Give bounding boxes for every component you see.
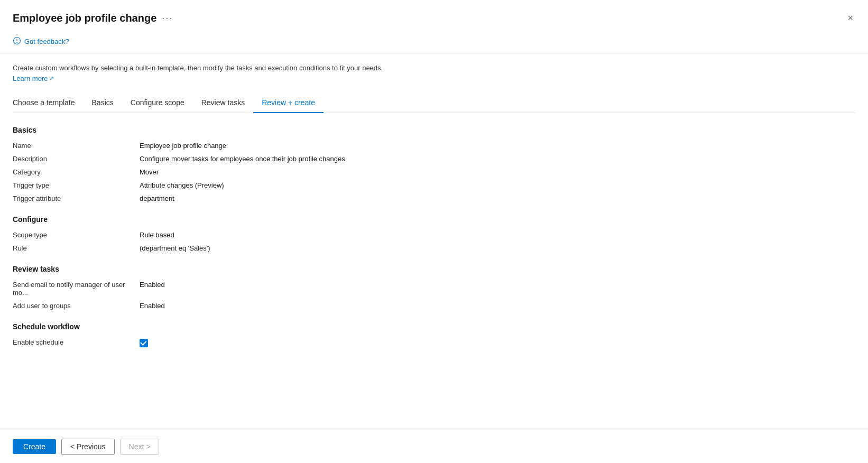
content-area: Basics Name Employee job profile change … (13, 113, 855, 373)
next-button: Next > (120, 439, 160, 455)
close-button[interactable]: × (845, 11, 855, 26)
review-tasks-section-title: Review tasks (13, 265, 855, 273)
tab-configure-scope[interactable]: Configure scope (122, 93, 193, 113)
feedback-row[interactable]: Got feedback? (13, 32, 855, 53)
field-add-user-groups: Add user to groups Enabled (13, 302, 855, 310)
page-title: Employee job profile change (13, 12, 156, 24)
field-trigger-type: Trigger type Attribute changes (Preview) (13, 181, 855, 189)
field-value-trigger-type: Attribute changes (Preview) (140, 181, 224, 189)
field-send-email: Send email to notify manager of user mo.… (13, 281, 855, 297)
field-label-name: Name (13, 142, 140, 150)
tab-choose-template[interactable]: Choose a template (13, 93, 84, 113)
tab-review-tasks[interactable]: Review tasks (193, 93, 253, 113)
create-button[interactable]: Create (13, 439, 56, 454)
field-label-category: Category (13, 168, 140, 176)
basics-section-title: Basics (13, 126, 855, 134)
tab-basics[interactable]: Basics (84, 93, 122, 113)
field-name: Name Employee job profile change (13, 142, 855, 150)
review-tasks-section: Review tasks Send email to notify manage… (13, 265, 855, 310)
field-label-enable-schedule: Enable schedule (13, 338, 140, 347)
panel-body: Create custom workflows by selecting a b… (0, 53, 868, 430)
panel-header: Employee job profile change ··· × Got fe… (0, 0, 868, 53)
field-label-trigger-attribute: Trigger attribute (13, 195, 140, 202)
field-value-add-user-groups: Enabled (140, 302, 165, 310)
field-value-rule: (department eq 'Sales') (140, 244, 210, 252)
field-value-trigger-attribute: department (140, 195, 174, 202)
title-left: Employee job profile change ··· (13, 12, 173, 24)
field-label-description: Description (13, 155, 140, 163)
feedback-label: Got feedback? (24, 38, 69, 45)
footer: Create < Previous Next > (0, 430, 868, 463)
panel: Employee job profile change ··· × Got fe… (0, 0, 868, 463)
field-label-add-user-groups: Add user to groups (13, 302, 140, 310)
schedule-workflow-section: Schedule workflow Enable schedule (13, 322, 855, 347)
field-description: Description Configure mover tasks for em… (13, 155, 855, 163)
field-value-send-email: Enabled (140, 281, 165, 297)
basics-section: Basics Name Employee job profile change … (13, 126, 855, 202)
field-label-rule: Rule (13, 244, 140, 252)
field-label-trigger-type: Trigger type (13, 181, 140, 189)
description-text: Create custom workflows by selecting a b… (13, 64, 855, 72)
feedback-icon (13, 36, 21, 47)
more-options-icon[interactable]: ··· (162, 13, 173, 24)
field-value-description: Configure mover tasks for employees once… (140, 155, 345, 163)
learn-more-label: Learn more (13, 75, 48, 82)
checkbox-checked-icon[interactable] (140, 339, 148, 347)
configure-section: Configure Scope type Rule based Rule (de… (13, 215, 855, 252)
tab-bar: Choose a template Basics Configure scope… (13, 93, 855, 113)
tab-review-create[interactable]: Review + create (253, 93, 324, 113)
field-value-name: Employee job profile change (140, 142, 226, 150)
learn-more-link[interactable]: Learn more ↗ (13, 75, 54, 82)
field-rule: Rule (department eq 'Sales') (13, 244, 855, 252)
previous-button[interactable]: < Previous (61, 439, 115, 455)
title-row: Employee job profile change ··· × (13, 11, 855, 26)
external-link-icon: ↗ (49, 75, 54, 82)
enable-schedule-checkbox[interactable] (140, 338, 148, 347)
field-label-scope-type: Scope type (13, 231, 140, 239)
field-category: Category Mover (13, 168, 855, 176)
field-trigger-attribute: Trigger attribute department (13, 195, 855, 202)
schedule-workflow-title: Schedule workflow (13, 322, 855, 331)
field-value-category: Mover (140, 168, 159, 176)
field-enable-schedule: Enable schedule (13, 338, 855, 347)
configure-section-title: Configure (13, 215, 855, 224)
field-value-scope-type: Rule based (140, 231, 174, 239)
field-scope-type: Scope type Rule based (13, 231, 855, 239)
field-label-send-email: Send email to notify manager of user mo.… (13, 281, 140, 297)
